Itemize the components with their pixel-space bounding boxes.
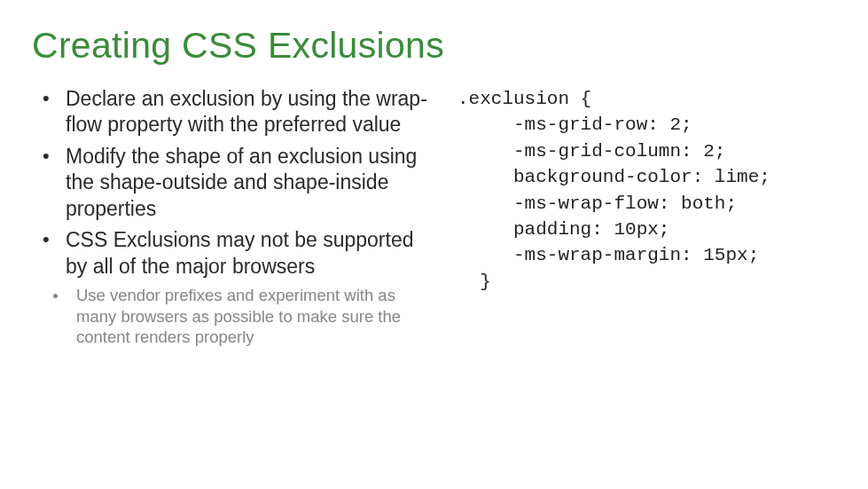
code-line: -ms-grid-row: 2; bbox=[457, 114, 692, 135]
bullet-text: Declare an exclusion by using the bbox=[66, 87, 376, 110]
bullet-list: Declare an exclusion by using the wrap-f… bbox=[32, 86, 431, 280]
bullet-text: property with the preferred value bbox=[102, 113, 402, 136]
bullet-text: and bbox=[228, 170, 273, 193]
slide: Creating CSS Exclusions Declare an exclu… bbox=[0, 0, 868, 489]
slide-title: Creating CSS Exclusions bbox=[32, 25, 836, 67]
term-shape-inside: shape-inside bbox=[273, 170, 388, 193]
bullet-item: Declare an exclusion by using the wrap-f… bbox=[32, 86, 431, 138]
term-shape-outside: shape-outside bbox=[99, 170, 228, 193]
bullet-text: properties bbox=[66, 197, 156, 220]
bullet-item: Modify the shape of an exclusion using t… bbox=[32, 144, 431, 222]
code-line: background-color: lime; bbox=[457, 167, 770, 187]
left-column: Declare an exclusion by using the wrap-f… bbox=[32, 86, 431, 348]
sub-bullet-list: Use vendor prefixes and experiment with … bbox=[32, 285, 431, 348]
code-line: } bbox=[457, 272, 491, 292]
bullet-text: CSS Exclusions may not be supported by a… bbox=[66, 228, 413, 277]
code-line: -ms-wrap-flow: both; bbox=[457, 193, 737, 214]
code-line: padding: 10px; bbox=[457, 219, 669, 240]
content-columns: Declare an exclusion by using the wrap-f… bbox=[32, 86, 836, 348]
code-line: -ms-grid-column: 2; bbox=[457, 141, 725, 162]
code-line: .exclusion { bbox=[457, 89, 591, 109]
sub-bullet-item: Use vendor prefixes and experiment with … bbox=[32, 285, 431, 348]
code-line: -ms-wrap-margin: 15px; bbox=[457, 245, 759, 265]
code-block: .exclusion { -ms-grid-row: 2; -ms-grid-c… bbox=[457, 86, 836, 295]
bullet-item: CSS Exclusions may not be supported by a… bbox=[32, 227, 431, 280]
right-column: .exclusion { -ms-grid-row: 2; -ms-grid-c… bbox=[452, 86, 836, 348]
